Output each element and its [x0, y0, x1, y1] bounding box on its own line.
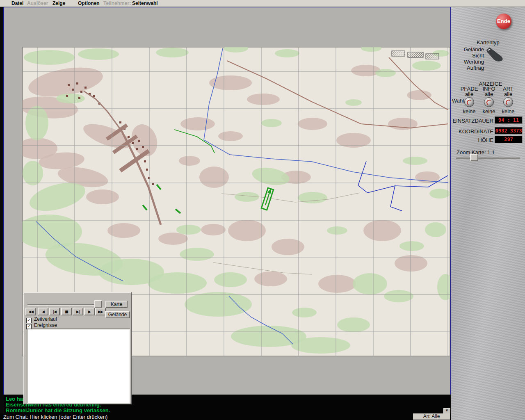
anzeige-group-art: ARTallekeine: [497, 86, 520, 114]
kartentyp-label: Kartentyp: [451, 39, 525, 46]
play-backward-button[interactable]: ◀: [38, 308, 48, 315]
step-backward-button[interactable]: |◀: [49, 308, 60, 315]
event-list[interactable]: [27, 329, 130, 404]
art-alle-label: alle: [497, 91, 520, 96]
einsatzdauer-label: EINSATZDAUER: [453, 118, 493, 124]
chat-status-bar[interactable]: Zum Chat: Hier klicken (oder Enter drück…: [0, 413, 451, 420]
replay-slider-thumb[interactable]: [94, 300, 102, 308]
recipient-selector[interactable]: An: Alle: [413, 413, 450, 420]
stop-button[interactable]: ■: [61, 308, 72, 315]
zoom-slider-track[interactable]: [456, 158, 520, 159]
menu-item-zeige[interactable]: Zeige: [52, 0, 65, 6]
ereignisse-label: Ereignisse: [34, 322, 57, 328]
step-forward-button[interactable]: ▶|: [73, 308, 83, 315]
menu-item-datei[interactable]: Datei: [11, 0, 23, 6]
pfade-knob[interactable]: [464, 97, 474, 107]
gelaende-button[interactable]: Gelände: [105, 311, 130, 318]
overview-minimap: [453, 348, 524, 415]
fast-forward-button[interactable]: ▶▶: [95, 308, 106, 315]
hoehe-display: 297: [495, 136, 523, 143]
karte-button[interactable]: Karte: [105, 301, 128, 308]
replay-slider-track[interactable]: [27, 304, 102, 306]
kartentyp-option-sicht[interactable]: Sicht: [472, 52, 484, 59]
koordinate-label: KOORDINATE: [459, 128, 493, 135]
art-keine-label: keine: [497, 108, 520, 114]
menu-item-teilnehmer: Teilnehmer:: [103, 0, 131, 6]
chat-message: RommelJunior hat die Sitzung verlassen.: [6, 407, 110, 413]
chat-message: Leo has: [6, 396, 26, 402]
rewind-button[interactable]: ◀◀: [25, 308, 36, 315]
control-panel: Ende Kartentyp GeländeSichtWertungAuftra…: [451, 7, 525, 420]
hoehe-label: HÖHE: [478, 137, 493, 143]
menu-bar: DateiAuslöserZeigeOptionenTeilnehmer:Sei…: [0, 0, 525, 7]
art-knob[interactable]: [503, 97, 513, 107]
kartentyp-option-wertung[interactable]: Wertung: [464, 59, 484, 65]
chat-hint[interactable]: Zum Chat: Hier klicken (oder Enter drück…: [3, 414, 107, 420]
replay-panel: ◀◀◀|◀■▶|▶▶▶ Karte Gelände ✓Zeitverlauf✓E…: [23, 292, 132, 404]
menu-item-auslser: Auslöser: [27, 0, 48, 6]
zoom-slider-thumb[interactable]: [470, 154, 478, 161]
play-button[interactable]: ▶: [84, 308, 95, 315]
zeitverlauf-label: Zeitverlauf: [34, 316, 57, 322]
ende-button[interactable]: Ende: [496, 14, 511, 29]
menu-item-seitenwahl[interactable]: Seitenwahl: [132, 0, 158, 6]
einsatzdauer-display: 94 : 11: [495, 116, 523, 124]
menu-item-optionen[interactable]: Optionen: [78, 0, 100, 6]
kartentyp-knob-pointer-icon[interactable]: [485, 47, 504, 62]
info-knob[interactable]: [484, 97, 494, 107]
kartentyp-option-gelnde[interactable]: Gelände: [464, 46, 484, 52]
chat-dropdown-arrow-icon[interactable]: ▼: [443, 408, 450, 414]
koordinate-display: 0982 3373: [495, 127, 523, 135]
art-label: ART: [497, 86, 520, 91]
kartentyp-option-auftrag[interactable]: Auftrag: [467, 65, 484, 71]
